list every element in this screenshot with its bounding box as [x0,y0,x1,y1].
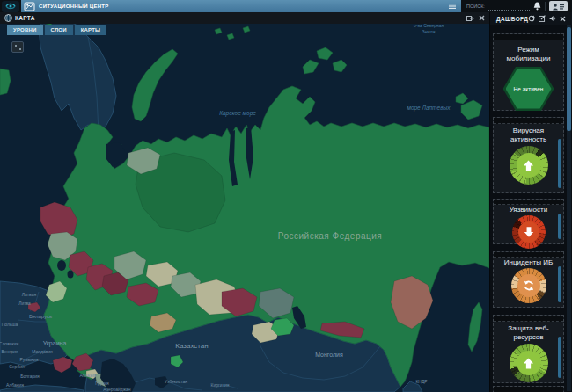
dashboard-title: ДАШБОРД [496,16,528,22]
incidents-gauge[interactable] [511,268,546,303]
undock-icon[interactable] [466,15,474,22]
divider [545,2,546,11]
widget-scrollbar[interactable] [558,214,561,239]
widget-scrollbar[interactable] [558,266,561,302]
close-icon[interactable] [560,16,566,22]
menu-icon[interactable] [449,3,456,10]
tab-maps[interactable]: КАРТЫ [75,25,106,35]
widget-scrollbar[interactable] [558,139,561,188]
vulnerabilities-gauge[interactable] [512,215,546,249]
widget-vulnerabilities: Уязвимости [493,199,564,244]
tab-levels[interactable]: УРОВНИ [7,25,43,35]
widget-mobilization-mode: Режим мобилизации Не активен [493,33,564,111]
app-title: СИТУАЦИОННЫЙ ЦЕНТР [39,4,109,9]
widget-title: Инциденты ИБ [494,258,563,267]
widget-web-protection: Защита веб-ресурсов [493,315,564,383]
map-panel-title: КАРТА [15,15,35,21]
map-mini-control[interactable] [11,41,24,53]
widget-header[interactable] [494,34,563,40]
map-panel-header: КАРТА [0,12,489,24]
arrow-up-icon [522,159,535,172]
sound-icon[interactable] [549,15,556,22]
widget-header[interactable] [494,387,563,392]
globe-icon [4,14,12,22]
search-area: ПОИСК: [461,0,572,12]
map-window-icon [24,2,35,11]
arrow-down-icon [523,226,535,238]
search-label: ПОИСК: [466,4,485,9]
widget-title: Защита веб-ресурсов [494,324,563,342]
widget-title: Вирусная активность [494,127,563,144]
notifications-icon[interactable] [533,2,541,11]
widget-list: Режим мобилизации Не активен Вирусная ак… [493,25,564,392]
web-protection-gauge[interactable] [510,344,548,382]
map-svg[interactable] [0,24,489,392]
refresh-icon[interactable] [528,15,535,22]
dashboard-header: ДАШБОРД [490,12,572,25]
dashboard-scrollbar-thumb[interactable] [567,27,571,131]
widget-header[interactable] [494,252,563,258]
widget-security-incidents: Инциденты ИБ [493,251,564,308]
tab-layers[interactable]: СЛОИ [45,25,73,35]
user-profile-icon[interactable] [549,1,568,11]
eye-logo-icon[interactable] [2,1,19,12]
app-title-strip: СИТУАЦИОННЫЙ ЦЕНТР [21,0,461,12]
refresh-arrows-icon [523,279,535,292]
map-canvas[interactable]: о-ва Северная Земля Карское море море Ла… [0,24,489,392]
map-body: о-ва Северная Земля Карское море море Ла… [0,24,489,392]
dashboard-panel: ДАШБОРД Режим мобилизации [490,12,572,392]
map-tabs: УРОВНИ СЛОИ КАРТЫ [7,25,106,35]
arrow-up-icon [522,357,535,370]
widget-virus-activity: Вирусная активность [493,117,564,193]
mobilization-status-hexagon[interactable]: Не активен [494,67,563,111]
widget-title: Уязвимости [494,206,563,214]
widget-header[interactable] [494,118,563,124]
widget-header[interactable] [494,200,563,205]
widget-next-partial [493,386,564,392]
dashboard-scrollbar[interactable] [567,25,571,391]
widget-title: Режим мобилизации [494,46,563,63]
top-bar: СИТУАЦИОННЫЙ ЦЕНТР ПОИСК: [0,0,572,12]
map-panel: КАРТА [0,12,490,392]
widget-scrollbar[interactable] [558,337,561,378]
close-icon[interactable] [479,15,485,21]
virus-activity-gauge[interactable] [510,146,548,185]
edit-icon[interactable] [539,15,546,22]
widget-header[interactable] [494,316,563,322]
status-badge: Не активен [514,86,544,92]
search-input[interactable] [488,3,530,11]
